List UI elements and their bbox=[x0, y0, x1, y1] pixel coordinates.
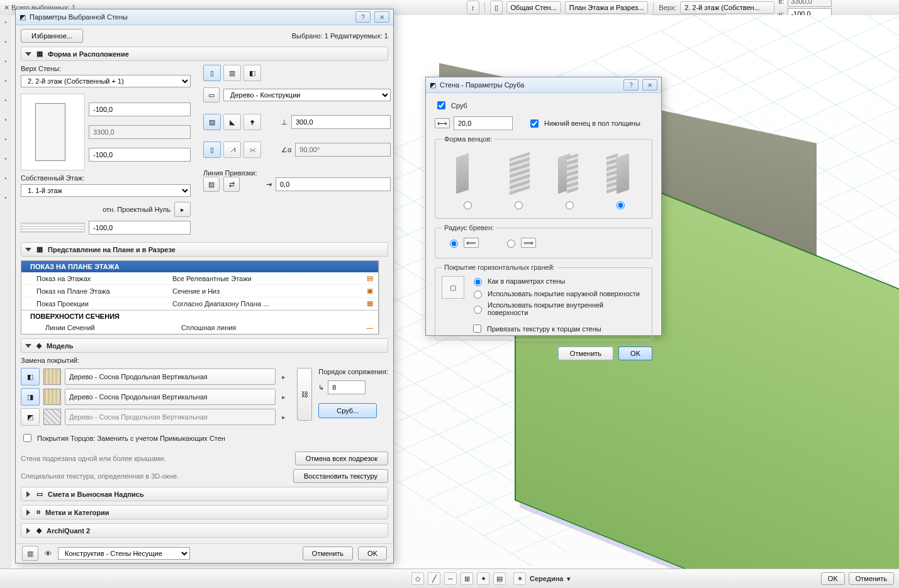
guide-icon[interactable]: ╱ bbox=[428, 572, 440, 585]
override-edge-toggle[interactable]: ◨ bbox=[21, 388, 40, 406]
surface-outside[interactable]: Дерево - Сосна Продольная Вертикальная bbox=[65, 369, 276, 385]
swatch-edge[interactable] bbox=[43, 389, 61, 405]
top-link-button[interactable]: 2. 2-й этаж (Собствен... bbox=[680, 1, 774, 14]
plan-vertical-icon[interactable]: ▯ bbox=[203, 141, 221, 158]
cover-in-row[interactable]: Использовать покрытие внутренней поверхн… bbox=[471, 301, 645, 316]
footer-cancel-button[interactable]: Отменить bbox=[849, 572, 894, 585]
section-plan[interactable]: ▦Представление на Плане и в Разрезе bbox=[21, 242, 388, 257]
proj-icon[interactable]: ▦ bbox=[358, 299, 373, 308]
swatch-outside[interactable] bbox=[43, 369, 61, 385]
texture-align-icon-2[interactable]: ▸ bbox=[279, 393, 288, 401]
help-button[interactable]: ? bbox=[355, 11, 371, 23]
link-surfaces-chain-icon[interactable]: ⛓ bbox=[297, 368, 312, 421]
radius-right-row[interactable]: ⟹ bbox=[504, 238, 536, 248]
snap-mode-label[interactable]: Середина bbox=[530, 575, 563, 582]
section-estimate[interactable]: ▭Смета и Выносная Надпись bbox=[21, 487, 388, 501]
log-help-button[interactable]: ? bbox=[623, 79, 639, 91]
shape-out-radio[interactable] bbox=[566, 201, 574, 209]
stories-icon[interactable]: ▤ bbox=[358, 274, 373, 282]
structure-basic-icon[interactable]: ▯ bbox=[203, 65, 221, 81]
ref-level-field[interactable] bbox=[89, 221, 191, 235]
floor-plan-button[interactable]: План Этажа и Разрез... bbox=[565, 1, 648, 14]
magnet-icon[interactable]: ✦ bbox=[477, 572, 489, 585]
listbox-scrollbar[interactable] bbox=[379, 260, 388, 335]
refline-side-icon[interactable]: ▨ bbox=[203, 177, 220, 192]
enable-log-checkbox[interactable] bbox=[437, 101, 445, 109]
log-dialog-titlebar[interactable]: ◩ Стена - Параметры Сруба ? ✕ bbox=[426, 77, 661, 93]
refline-field[interactable] bbox=[276, 177, 391, 191]
plan-slanted-icon[interactable]: ⩘ bbox=[223, 141, 241, 158]
close-button[interactable]: ✕ bbox=[374, 11, 389, 23]
general-wall-button[interactable]: Общая Стен... bbox=[506, 1, 561, 14]
ok-button[interactable]: OK bbox=[358, 546, 387, 560]
select-wall-top[interactable]: 2. 2-й этаж (Собственный + 1) bbox=[21, 75, 191, 87]
junction-order-field[interactable] bbox=[328, 380, 366, 394]
log-cancel-button[interactable]: Отменить bbox=[558, 347, 613, 360]
section-tags[interactable]: ⌗Метки и Категории bbox=[21, 505, 388, 519]
radius-left-row[interactable]: ⟸ bbox=[447, 238, 479, 248]
cover-in-radio[interactable] bbox=[474, 306, 482, 314]
eye-icon[interactable]: 👁 bbox=[45, 550, 52, 557]
line-icon[interactable]: — bbox=[358, 324, 373, 331]
material-icon[interactable]: ▭ bbox=[203, 87, 220, 103]
structure-profile-icon[interactable]: ◧ bbox=[243, 65, 261, 81]
ends-checkbox-row[interactable]: Покрытия Торцов: Заменить с учетом Примы… bbox=[21, 432, 388, 444]
dialog-titlebar[interactable]: ◩ Параметры Выбранной Стены ? ✕ bbox=[16, 9, 393, 25]
plan-double-icon[interactable]: ⩙ bbox=[243, 141, 261, 158]
geom-slanted-icon[interactable]: ◣ bbox=[223, 114, 241, 130]
cursor-icon[interactable]: ✶ bbox=[513, 572, 526, 585]
log-button[interactable]: Сруб... bbox=[318, 403, 377, 418]
cover-out-row[interactable]: Использовать покрытие наружной поверхнос… bbox=[471, 289, 645, 299]
mode-icon-1[interactable]: ↕ bbox=[467, 1, 479, 14]
top-offset-field[interactable] bbox=[89, 103, 191, 116]
swatch-inside[interactable] bbox=[43, 409, 61, 425]
geom-trapezoid-icon[interactable]: ⧪ bbox=[243, 114, 261, 130]
override-outside-toggle[interactable]: ◧ bbox=[21, 368, 40, 386]
shape-flat-radio[interactable] bbox=[464, 201, 472, 209]
cancel-button[interactable]: Отменить bbox=[303, 546, 353, 560]
layers-icon[interactable]: ▤ bbox=[493, 572, 506, 585]
ref-level-button[interactable]: ▸ bbox=[174, 202, 191, 217]
shape-in-radio[interactable] bbox=[617, 201, 625, 209]
left-palette-strip[interactable]: •••••••••• bbox=[0, 15, 12, 569]
layer-select[interactable]: Конструктив - Стены Несущие bbox=[58, 547, 190, 560]
structure-composite-icon[interactable]: ▥ bbox=[223, 65, 241, 81]
measure-icon[interactable]: ↔ bbox=[444, 572, 457, 585]
cover-out-radio[interactable] bbox=[474, 291, 482, 299]
surface-edge[interactable]: Дерево - Сосна Продольная Вертикальная bbox=[65, 389, 276, 405]
footer-ok-button[interactable]: OK bbox=[821, 572, 845, 585]
radius-left-radio[interactable] bbox=[450, 240, 458, 248]
log-ok-button[interactable]: OK bbox=[618, 347, 652, 360]
snap-icon[interactable]: ◇ bbox=[411, 572, 424, 585]
ends-checkbox[interactable] bbox=[23, 434, 31, 442]
undo-crop-button[interactable]: Отмена всех подрезок bbox=[295, 452, 388, 465]
section-form[interactable]: ▦Форма и Расположение bbox=[21, 47, 388, 61]
enable-log-row[interactable]: Сруб bbox=[435, 99, 652, 111]
half-first-checkbox[interactable] bbox=[530, 119, 539, 128]
override-inside-toggle[interactable]: ◩ bbox=[21, 408, 40, 426]
radius-right-radio[interactable] bbox=[507, 240, 515, 248]
select-own-story[interactable]: 1. 1-й этаж bbox=[21, 184, 191, 197]
material-select[interactable]: Дерево - Конструкции bbox=[223, 89, 391, 101]
shape-double-radio[interactable] bbox=[515, 201, 523, 209]
grid-icon[interactable]: ⊞ bbox=[461, 572, 473, 585]
log-diameter-field[interactable] bbox=[454, 116, 513, 130]
cover-wall-row[interactable]: Как в параметрах стены bbox=[471, 276, 645, 286]
section-archiquant[interactable]: ◆ArchiQuant 2 bbox=[21, 523, 388, 538]
bottom-offset-field[interactable] bbox=[89, 148, 191, 162]
layer-icon[interactable]: ▥ bbox=[22, 546, 38, 561]
thickness-field[interactable] bbox=[291, 115, 391, 129]
texture-align-icon-3[interactable]: ▸ bbox=[279, 413, 288, 421]
cut-icon[interactable]: ▣ bbox=[358, 287, 373, 295]
tex-ends-row[interactable]: Привязать текстуру к торцам стены bbox=[471, 323, 645, 335]
chevron-down-icon[interactable]: ▾ bbox=[567, 575, 571, 583]
section-model[interactable]: ◈Модель bbox=[21, 338, 388, 353]
tex-ends-checkbox[interactable] bbox=[473, 325, 481, 333]
plan-listbox[interactable]: ПОКАЗ НА ПЛАНЕ ЭТАЖА Показ на ЭтажахВсе … bbox=[21, 260, 379, 335]
refline-flip-icon[interactable]: ⇄ bbox=[223, 177, 240, 192]
log-close-button[interactable]: ✕ bbox=[642, 79, 657, 91]
geom-straight-icon[interactable]: ▨ bbox=[203, 114, 221, 130]
favorites-button[interactable]: Избранное... bbox=[21, 29, 83, 43]
cover-wall-radio[interactable] bbox=[474, 278, 482, 286]
texture-align-icon[interactable]: ▸ bbox=[279, 373, 288, 381]
